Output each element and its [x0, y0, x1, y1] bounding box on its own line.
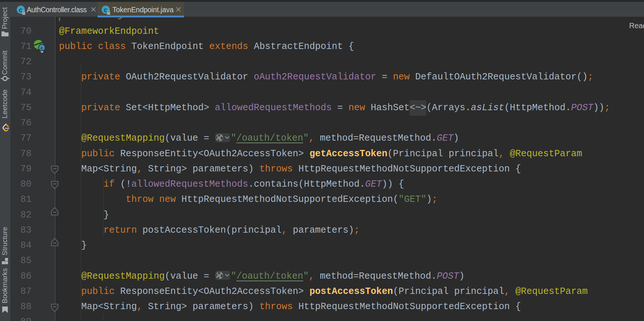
svg-text:c: c — [40, 46, 43, 51]
